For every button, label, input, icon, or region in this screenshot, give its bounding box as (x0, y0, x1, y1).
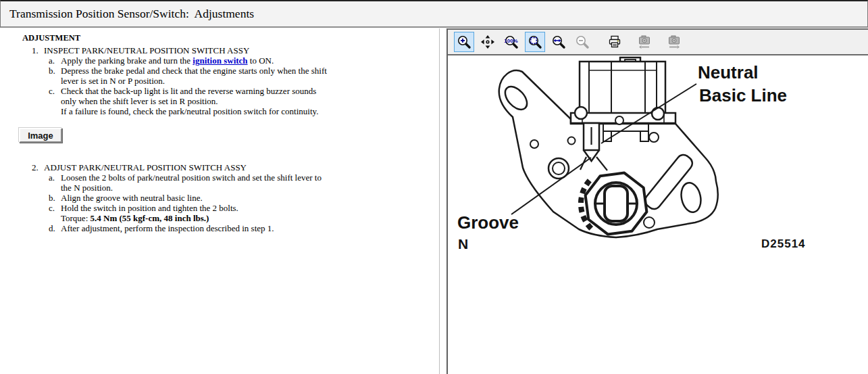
zoom-out-button (572, 32, 592, 52)
substep-letter: d. (49, 223, 61, 233)
figure-code-label: D25514 (761, 237, 806, 250)
substep-2d: d. After adjustment, perform the inspect… (49, 223, 331, 233)
step-2: 2. ADJUST PARK/NEUTRAL POSITION SWITCH A… (32, 162, 439, 233)
diagram-image[interactable]: Neutral Basic Line Groove N D25514 (448, 55, 868, 374)
substep-letter: c. (49, 86, 61, 116)
zoom-in-icon (457, 34, 471, 49)
substep-2a: a. Loosen the 2 bolts of park/neutral po… (49, 172, 331, 193)
substep-1b: b. Depress the brake pedal and check tha… (49, 66, 331, 86)
substep-text: Check that the back-up light is lit and … (61, 86, 331, 106)
section-heading: ADJUSTMENT (22, 33, 439, 43)
gear-position-label: N (458, 236, 468, 252)
svg-text:100%: 100% (504, 38, 517, 44)
zoom-100-icon: 100% (504, 34, 519, 49)
step-number: 1. (32, 45, 44, 116)
fit-width-button[interactable] (548, 32, 569, 52)
substep-2c: c. Hold the switch in position and tight… (49, 203, 331, 223)
park-neutral-switch-diagram: Neutral Basic Line Groove N D25514 (448, 55, 868, 373)
print-icon (607, 34, 622, 49)
substep-letter: a. (49, 55, 61, 66)
neutral-basic-line-label: Neutral (698, 62, 759, 83)
pan-button[interactable] (478, 32, 498, 52)
page-title: Transmission Position Sensor/Switch: Adj… (0, 0, 868, 28)
step-title: ADJUST PARK/NEUTRAL POSITION SWITCH ASSY (44, 162, 331, 172)
image-toolbar: 100% (448, 28, 868, 55)
previous-image-button (634, 32, 655, 52)
substep-text: Hold the switch in position and tighten … (61, 203, 331, 213)
next-image-icon (666, 34, 682, 49)
zoom-in-button[interactable] (454, 32, 474, 52)
fit-page-button[interactable] (525, 32, 545, 52)
substep-letter: b. (49, 66, 61, 86)
substep-text: Loosen the 2 bolts of park/neutral posit… (61, 172, 331, 193)
print-button[interactable] (605, 32, 625, 52)
torque-spec: Torque: 5.4 Nm (55 kgf-cm, 48 inch lbs.) (61, 213, 331, 223)
step-number: 2. (32, 162, 44, 233)
substep-text: to ON. (248, 55, 274, 66)
prev-image-icon (636, 34, 653, 49)
instructions-panel: ADJUSTMENT 1. INSPECT PARK/NEUTRAL POSIT… (0, 28, 440, 374)
groove-label: Groove (457, 212, 519, 233)
substep-letter: a. (49, 172, 61, 193)
zoom-out-icon (575, 34, 590, 49)
fit-width-icon (551, 34, 566, 49)
ignition-switch-link[interactable]: ignition switch (193, 55, 247, 66)
substep-letter: b. (49, 193, 61, 203)
fit-page-icon (528, 34, 542, 49)
step-title: INSPECT PARK/NEUTRAL POSITION SWITCH ASS… (44, 45, 331, 55)
substep-text: Align the groove with neutral basic line… (61, 193, 331, 203)
substep-text: Apply the parking brake and turn the (61, 55, 193, 66)
image-button[interactable]: Image (19, 128, 62, 143)
substep-1c: c. Check that the back-up light is lit a… (49, 86, 331, 116)
substep-letter: c. (49, 203, 61, 223)
next-image-button (664, 32, 684, 52)
zoom-100-button[interactable]: 100% (501, 32, 521, 52)
image-viewer-panel: 100% (446, 28, 868, 374)
step-1: 1. INSPECT PARK/NEUTRAL POSITION SWITCH … (32, 45, 439, 116)
substep-text: After adjustment, perform the inspection… (61, 223, 331, 233)
substep-text: Depress the brake pedal and check that t… (61, 66, 331, 86)
substep-2b: b. Align the groove with neutral basic l… (49, 193, 331, 203)
substep-1a: a. Apply the parking brake and turn the … (49, 55, 331, 66)
pan-icon (480, 34, 495, 49)
neutral-basic-line-label-2: Basic Line (699, 85, 787, 106)
substep-note: If a failure is found, check the park/ne… (61, 106, 331, 116)
